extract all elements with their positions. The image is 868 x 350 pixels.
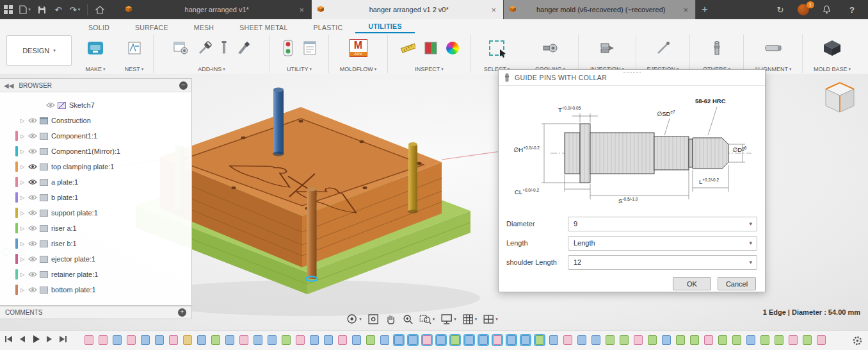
- list-item[interactable]: Component1(Mirror):1: [0, 144, 191, 159]
- timeline-feature[interactable]: [577, 335, 586, 345]
- guide-pin-yellow[interactable]: [408, 142, 418, 213]
- timeline-feature[interactable]: [634, 335, 643, 345]
- timeline-feature[interactable]: [746, 335, 755, 345]
- timeline-feature[interactable]: [141, 335, 150, 345]
- timeline-feature[interactable]: [648, 335, 657, 345]
- avatar[interactable]: 1: [798, 4, 809, 15]
- ribbon-tab[interactable]: PLASTIC: [301, 22, 356, 33]
- length-dropdown[interactable]: Length: [568, 236, 757, 251]
- timeline-feature[interactable]: [760, 335, 769, 345]
- view-cube[interactable]: [821, 79, 859, 119]
- make-menu[interactable]: MAKE▾: [85, 65, 105, 73]
- chevron-right-icon[interactable]: [18, 241, 27, 247]
- timeline-feature[interactable]: [803, 335, 812, 345]
- timeline-feature[interactable]: [789, 335, 798, 345]
- timeline-feature[interactable]: [197, 335, 206, 345]
- ok-button[interactable]: OK: [673, 277, 711, 290]
- ribbon-tab[interactable]: SURFACE: [122, 22, 181, 33]
- app-grid-icon[interactable]: [0, 0, 17, 19]
- redo-icon[interactable]: ↷▾: [67, 0, 83, 19]
- chevron-right-icon[interactable]: [18, 272, 27, 278]
- moldbase-menu[interactable]: MOLD BASE▾: [814, 65, 851, 73]
- list-item[interactable]: Sketch7: [0, 97, 191, 113]
- eye-icon[interactable]: [27, 194, 38, 201]
- timeline-feature[interactable]: [310, 335, 319, 345]
- eye-icon[interactable]: [45, 102, 56, 108]
- chevron-right-icon[interactable]: [18, 256, 27, 262]
- nest-icon[interactable]: [127, 41, 141, 55]
- eye-icon[interactable]: [27, 210, 38, 216]
- pan-icon[interactable]: [385, 313, 396, 325]
- timeline-feature[interactable]: [268, 335, 277, 345]
- timeline-feature[interactable]: [465, 335, 474, 345]
- timeline-feature[interactable]: [169, 335, 178, 345]
- eye-icon[interactable]: [27, 287, 38, 293]
- timeline-feature[interactable]: [324, 335, 333, 345]
- list-item[interactable]: support plate:1: [0, 205, 191, 221]
- timeline-feature[interactable]: [718, 335, 727, 345]
- addins-menu[interactable]: ADD-INS▾: [198, 65, 225, 73]
- cancel-button[interactable]: Cancel: [718, 277, 756, 290]
- timeline-feature[interactable]: [690, 335, 699, 345]
- eye-icon[interactable]: [27, 225, 38, 231]
- list-item[interactable]: ejector plate:1: [0, 251, 191, 267]
- timeline-feature[interactable]: [338, 335, 347, 345]
- list-item[interactable]: retainer plate:1: [0, 267, 191, 282]
- timeline-feature[interactable]: [225, 335, 234, 345]
- chevron-right-icon[interactable]: [18, 210, 27, 216]
- timeline-feature[interactable]: [732, 335, 741, 345]
- dialog-header[interactable]: GUIDE PINS WITH COLLAR: [499, 70, 765, 86]
- alignment-pin-icon[interactable]: [764, 44, 782, 53]
- timeline-feature[interactable]: [239, 335, 248, 345]
- cooling-fitting-icon[interactable]: [542, 42, 559, 54]
- make-icon[interactable]: [87, 41, 104, 55]
- timeline-feature[interactable]: [253, 335, 262, 345]
- step-back-button[interactable]: [18, 334, 27, 344]
- comments-bar[interactable]: COMMENTS +: [0, 306, 192, 319]
- timeline-feature[interactable]: [704, 335, 713, 345]
- sync-icon[interactable]: ↻: [772, 0, 789, 19]
- tolerance-icon[interactable]: [424, 42, 437, 54]
- eye-icon[interactable]: [27, 256, 38, 262]
- chevron-right-icon[interactable]: [18, 118, 27, 124]
- eye-icon[interactable]: [27, 240, 38, 247]
- look-at-icon[interactable]: [367, 313, 379, 325]
- checklist-icon[interactable]: [303, 40, 317, 56]
- new-tab-button[interactable]: +: [696, 0, 714, 19]
- timeline-feature[interactable]: [479, 335, 488, 345]
- moldflow-icon[interactable]: MADV: [350, 39, 367, 57]
- close-icon[interactable]: ×: [297, 5, 306, 15]
- document-tab[interactable]: hanger mold (v6-recovered) (~recovered) …: [504, 0, 696, 19]
- zoom-window-icon[interactable]: ▾: [419, 313, 435, 325]
- eye-icon[interactable]: [27, 179, 38, 185]
- step-forward-button[interactable]: [45, 334, 54, 344]
- ribbon-tab[interactable]: MESH: [181, 22, 227, 33]
- mold-base-icon[interactable]: [823, 39, 842, 57]
- utility-menu[interactable]: UTILITY▾: [287, 65, 312, 73]
- inspect-menu[interactable]: INSPECT▾: [415, 65, 444, 73]
- bell-icon[interactable]: [818, 0, 835, 19]
- select-icon[interactable]: [489, 40, 504, 56]
- timeline-settings-gear[interactable]: [852, 335, 863, 349]
- ribbon-tab[interactable]: SOLID: [76, 22, 122, 33]
- design-dropdown[interactable]: DESIGN▾: [6, 35, 72, 66]
- chevron-right-icon[interactable]: [18, 287, 27, 293]
- timeline-feature[interactable]: [408, 335, 417, 345]
- list-item[interactable]: Construction: [0, 113, 191, 128]
- close-icon[interactable]: ×: [489, 5, 498, 15]
- timeline-feature[interactable]: [521, 335, 530, 345]
- ribbon-tab[interactable]: UTILITIES: [355, 21, 414, 33]
- timeline-feature[interactable]: [563, 335, 572, 345]
- screwdriver-icon[interactable]: [198, 41, 212, 55]
- scripts-addins-icon[interactable]: [173, 41, 189, 55]
- shoulder-length-dropdown[interactable]: 12: [568, 255, 757, 270]
- timeline-feature[interactable]: [99, 335, 108, 345]
- timeline-feature[interactable]: [422, 335, 431, 345]
- list-item[interactable]: bottom plate:1: [0, 282, 191, 297]
- list-item[interactable]: Component1:1: [0, 128, 191, 144]
- list-item[interactable]: riser b:1: [0, 236, 191, 251]
- timeline-feature[interactable]: [282, 335, 291, 345]
- timeline-feature[interactable]: [817, 335, 826, 345]
- timeline-feature[interactable]: [437, 335, 446, 345]
- document-tab[interactable]: hanger arranged v1* ×: [120, 0, 312, 19]
